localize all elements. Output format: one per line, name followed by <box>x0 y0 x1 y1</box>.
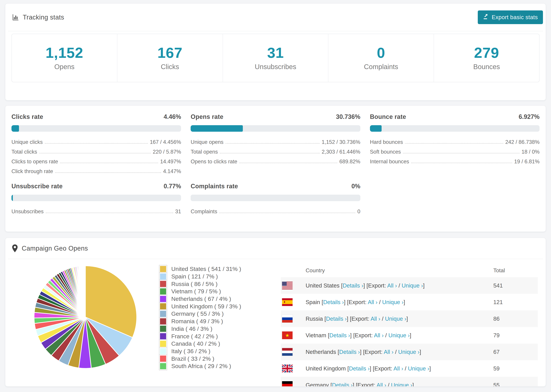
country-total: 541 <box>493 282 538 289</box>
rate-detail-row: Click through rate 4.147% <box>11 165 181 175</box>
rate-value: 0% <box>352 183 360 190</box>
legend-label: France ( 42 / 2% ) <box>171 333 218 340</box>
country-flag-icon <box>282 315 293 322</box>
rate-detail-value: 167 / 4.456% <box>150 139 181 145</box>
rate-title: Opens rate <box>191 113 223 120</box>
details-link[interactable]: Details › <box>343 282 363 289</box>
details-link[interactable]: Details › <box>323 299 344 305</box>
summary-stat-cell: 279 Bounces <box>434 34 539 82</box>
country-cell: Vietnam [Details ›] [Export: All › / Uni… <box>306 332 493 339</box>
dotted-leader <box>403 153 520 154</box>
rate-detail-value: 18 / 0% <box>522 149 540 155</box>
rate-value: 6.927% <box>519 113 540 120</box>
country-flag-icon <box>282 282 293 289</box>
legend-label: South Africa ( 29 / 2% ) <box>171 363 231 369</box>
rate-detail-row: Opens to clicks rate 689.82% <box>191 155 360 165</box>
export-label: Export: <box>374 365 392 372</box>
export-all-link[interactable]: All › <box>377 382 386 387</box>
bar-chart-icon <box>12 14 19 21</box>
stat-value: 31 <box>267 44 284 61</box>
rate-detail-label: Total clicks <box>11 149 37 155</box>
export-all-link[interactable]: All › <box>374 332 384 338</box>
export-unique-link[interactable]: Unique › <box>398 349 420 355</box>
column-header-total: Total <box>493 267 538 274</box>
rate-detail-rows: Complaints 0 <box>191 205 360 215</box>
stat-value: 167 <box>157 44 183 61</box>
rate-block: Unsubscribe rate 0.77% Unsubscribes 31 <box>11 183 181 215</box>
details-link[interactable]: Details › <box>326 315 347 322</box>
dotted-leader <box>39 153 151 154</box>
export-unique-link[interactable]: Unique › <box>402 282 423 289</box>
summary-stat-cell: 0 Complaints <box>328 34 434 82</box>
rate-detail-row: Total clicks 220 / 5.87% <box>11 145 181 155</box>
rate-detail-rows: Hard bounces 242 / 86.738% Soft bounces … <box>370 135 540 165</box>
export-label: Export: <box>368 282 386 289</box>
legend-item: Italy ( 36 / 2% ) <box>159 348 241 355</box>
export-unique-link[interactable]: Unique › <box>385 315 406 322</box>
export-all-link[interactable]: All › <box>368 299 377 305</box>
country-flag-icon <box>282 331 293 339</box>
country-cell: Germany [Details ›] [Export: All › / Uni… <box>306 382 493 387</box>
rates-top-row: Clicks rate 4.46% Unique clicks 167 / 4.… <box>5 106 546 175</box>
export-all-link[interactable]: All › <box>371 315 380 322</box>
stat-label: Opens <box>54 63 74 71</box>
legend-label: Russia ( 86 / 5% ) <box>171 281 218 287</box>
details-link[interactable]: Details › <box>329 332 350 338</box>
rate-value: 4.46% <box>164 113 181 120</box>
rate-block: Clicks rate 4.46% Unique clicks 167 / 4.… <box>11 113 181 175</box>
export-all-link[interactable]: All › <box>384 349 394 355</box>
rate-header: Opens rate 30.736% <box>191 113 360 120</box>
legend-color-swatch <box>159 310 167 318</box>
legend-item: Romania ( 49 / 3% ) <box>159 318 241 325</box>
legend-label: Vietnam ( 79 / 5% ) <box>171 288 221 295</box>
rate-header: Complaints rate 0% <box>191 183 360 190</box>
country-cell: Russia [Details ›] [Export: All › / Uniq… <box>306 315 493 322</box>
stat-value: 0 <box>377 44 385 61</box>
export-unique-link[interactable]: Unique › <box>382 299 404 305</box>
rates-card: Clicks rate 4.46% Unique clicks 167 / 4.… <box>5 105 546 232</box>
export-label: Export: <box>365 349 383 355</box>
rate-detail-row: Total opens 2,303 / 61.446% <box>191 145 360 155</box>
export-all-link[interactable]: All › <box>387 282 397 289</box>
rate-detail-label: Click through rate <box>11 168 53 175</box>
stat-label: Bounces <box>473 63 500 71</box>
export-all-link[interactable]: All › <box>394 365 403 372</box>
legend-label: Germany ( 55 / 3% ) <box>171 310 224 317</box>
rate-header: Clicks rate 4.46% <box>11 113 181 120</box>
dotted-leader <box>239 163 338 163</box>
geo-table-row: Spain [Details ›] [Export: All › / Uniqu… <box>281 294 538 310</box>
country-name: United States <box>306 282 339 289</box>
legend-label: Romania ( 49 / 3% ) <box>171 318 223 325</box>
rate-progress-track <box>191 125 360 132</box>
rate-detail-row: Unique clicks 167 / 4.456% <box>11 135 181 145</box>
rate-detail-value: 4.147% <box>163 168 181 175</box>
legend-color-swatch <box>159 265 167 273</box>
dotted-leader <box>60 163 158 163</box>
legend-color-swatch <box>159 288 167 295</box>
details-link[interactable]: Details › <box>332 382 353 387</box>
stat-label: Complaints <box>364 63 398 71</box>
legend-label: Brazil ( 33 / 2% ) <box>171 355 214 362</box>
legend-color-swatch <box>159 347 167 355</box>
country-name: Vietnam <box>306 332 326 338</box>
rate-detail-label: Clicks to opens rate <box>11 159 58 165</box>
export-basic-stats-button[interactable]: Export basic stats <box>478 10 543 24</box>
country-total: 67 <box>493 349 538 355</box>
export-unique-link[interactable]: Unique › <box>391 382 412 387</box>
details-link[interactable]: Details › <box>349 365 370 372</box>
country-total: 79 <box>493 332 538 339</box>
export-unique-link[interactable]: Unique › <box>408 365 429 372</box>
stat-value: 1,152 <box>46 44 83 61</box>
details-link[interactable]: Details › <box>339 349 360 355</box>
legend-label: United Kingdom ( 59 / 3% ) <box>171 303 241 310</box>
tracking-stats-title-text: Tracking stats <box>23 14 64 21</box>
export-button-label: Export basic stats <box>492 14 538 21</box>
export-unique-link[interactable]: Unique › <box>389 332 410 338</box>
rate-header: Bounce rate 6.927% <box>370 113 540 120</box>
rate-title: Complaints rate <box>191 183 238 190</box>
export-icon <box>483 14 489 21</box>
rate-detail-value: 220 / 5.87% <box>153 149 181 155</box>
geo-opens-pie-chart[interactable] <box>33 264 138 370</box>
dotted-leader <box>55 172 161 173</box>
country-flag-icon <box>282 298 293 306</box>
